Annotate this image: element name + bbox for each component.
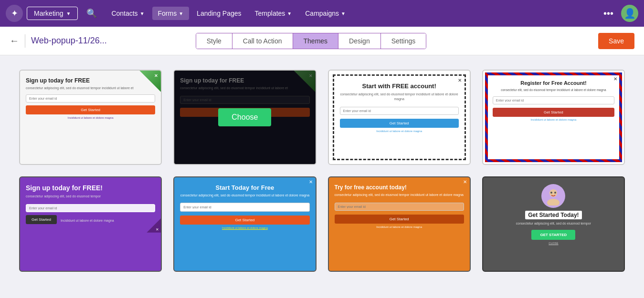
contacts-caret-icon: ▼ [140, 11, 145, 16]
close-icon-purple: ✕ [156, 227, 159, 232]
marketing-label: Marketing [34, 10, 63, 17]
card-7-subtitle: consectetur adipiscing elit, sed do eius… [335, 193, 464, 197]
card-1-cta-button: Get Started [26, 105, 155, 114]
close-icon-blue: ✕ [309, 179, 313, 185]
card-7-link: Incididunt ut labore et dolore magna [335, 226, 464, 228]
card-1-title: Sign up today for FREE [26, 77, 155, 84]
marketing-dropdown-button[interactable]: Marketing ▼ [27, 7, 78, 20]
close-icon: ✕ [154, 73, 158, 78]
card-3-email-field [340, 107, 459, 115]
card-8-close-link: CLOSE [549, 242, 558, 245]
card-6-link: Incididunt ut labore et dolore magna [180, 226, 309, 229]
templates-caret-icon: ▼ [287, 11, 292, 16]
tab-settings[interactable]: Settings [381, 33, 426, 49]
choose-button-2[interactable]: Choose [218, 108, 271, 126]
card-4-title: Register for Free Account! [493, 80, 614, 86]
card-1-subtitle: consectetur adipiscing elit, sed do eius… [26, 86, 155, 91]
header-divider [25, 34, 25, 48]
tab-themes[interactable]: Themes [293, 33, 339, 49]
back-button[interactable]: ← [10, 35, 19, 46]
svg-point-3 [554, 192, 556, 194]
theme-card-5[interactable]: Sign up today for FREE! consectetur adip… [19, 176, 162, 272]
tab-group: Style Call to Action Themes Design Setti… [196, 33, 427, 49]
themes-grid: ✕ Sign up today for FREE consectetur adi… [0, 55, 644, 286]
card-7-cta-button: Get Started [335, 215, 464, 224]
card-7-email-field [335, 203, 464, 211]
search-button[interactable]: 🔍 [82, 8, 102, 19]
card-6-title: Start Today for Free [180, 184, 309, 191]
tab-design[interactable]: Design [338, 33, 381, 49]
top-nav: ✦ Marketing ▼ 🔍 Contacts ▼ Forms ▼ Landi… [0, 0, 644, 27]
nav-logo: ✦ [6, 5, 23, 22]
nav-campaigns[interactable]: Campaigns ▼ [299, 7, 351, 20]
close-icon-dashed: ✕ [458, 78, 462, 83]
card-4-cta-button: Get Started [493, 108, 614, 117]
card-4-email-field [493, 96, 614, 104]
theme-card-8[interactable]: Get Started Today! consectetur adipiscin… [482, 176, 625, 272]
card-6-subtitle: consectetur adipiscing elit, sed do eius… [180, 193, 309, 198]
card-6-cta-button: Get Started [180, 216, 309, 225]
tab-call-to-action[interactable]: Call to Action [232, 33, 293, 49]
card-3-subtitle: consectetur adipiscing elit, sed do eius… [340, 92, 459, 102]
card-5-title: Sign up today for FREE! [26, 184, 155, 192]
card-1-link: Incididunt ut labore et dolore magna [26, 116, 155, 119]
card-8-title: Get Started Today! [525, 211, 581, 219]
marketing-caret-icon: ▼ [66, 11, 71, 16]
close-icon-orange: ✕ [463, 179, 467, 185]
nav-templates[interactable]: Templates ▼ [249, 7, 298, 20]
nav-contacts[interactable]: Contacts ▼ [106, 7, 150, 20]
close-icon-striped: ✕ [613, 76, 617, 82]
card-3-link: Incididunt ut labore et dolore magna [340, 130, 459, 133]
card-4-link: Incididunt ut labore et dolore magna [493, 118, 614, 121]
card-6-email-field [180, 203, 309, 212]
save-button[interactable]: Save [598, 33, 634, 49]
card-8-avatar [541, 184, 565, 208]
page-title: Web-popup-11/26... [31, 36, 107, 46]
theme-card-3[interactable]: ✕ Start with FREE account! consectetur a… [328, 70, 471, 165]
card-5-cta-button: Get Started [26, 215, 57, 224]
nav-forms[interactable]: Forms ▼ [152, 7, 190, 20]
card-1-email-field [26, 94, 155, 103]
svg-point-2 [550, 192, 552, 194]
card-7-title: Try for free account today! [335, 184, 464, 191]
theme-card-4[interactable]: ✕ Register for Free Account! consectetur… [482, 70, 625, 165]
tab-style[interactable]: Style [196, 33, 232, 49]
logo-icon: ✦ [11, 8, 18, 19]
theme-card-2[interactable]: ✕ Sign up today for FREE consectetur adi… [173, 70, 316, 165]
choose-overlay-2: Choose [174, 71, 315, 164]
theme-card-1[interactable]: ✕ Sign up today for FREE consectetur adi… [19, 70, 162, 165]
forms-caret-icon: ▼ [179, 11, 183, 16]
card-3-title: Start with FREE account! [340, 82, 459, 90]
card-8-subtitle: consectetur adipiscing elit, sed do eius… [516, 221, 591, 226]
campaigns-caret-icon: ▼ [341, 11, 346, 16]
svg-point-1 [547, 199, 560, 206]
header-bar: ← Web-popup-11/26... Style Call to Actio… [0, 27, 644, 55]
nav-more-icon[interactable]: ••• [600, 8, 617, 19]
card-5-extra-text: Incididunt ut labore et dolore magna [61, 219, 114, 222]
theme-card-6[interactable]: ✕ Start Today for Free consectetur adipi… [173, 176, 316, 272]
card-8-cta-button: GET STARTED [531, 230, 575, 240]
card-5-subtitle: consectetur adipiscing elit, sed do eius… [26, 194, 155, 199]
nav-links: Contacts ▼ Forms ▼ Landing Pages Templat… [106, 7, 596, 20]
card-5-email-field [26, 204, 155, 212]
card-3-cta-button: Get Started [340, 119, 459, 128]
avatar[interactable]: 👤 [621, 5, 638, 22]
card-4-subtitle: consectetur elit, sed do eiusmod tempor … [493, 88, 614, 92]
nav-landing-pages[interactable]: Landing Pages [191, 7, 247, 20]
theme-card-7[interactable]: ✕ Try for free account today! consectetu… [328, 176, 471, 272]
